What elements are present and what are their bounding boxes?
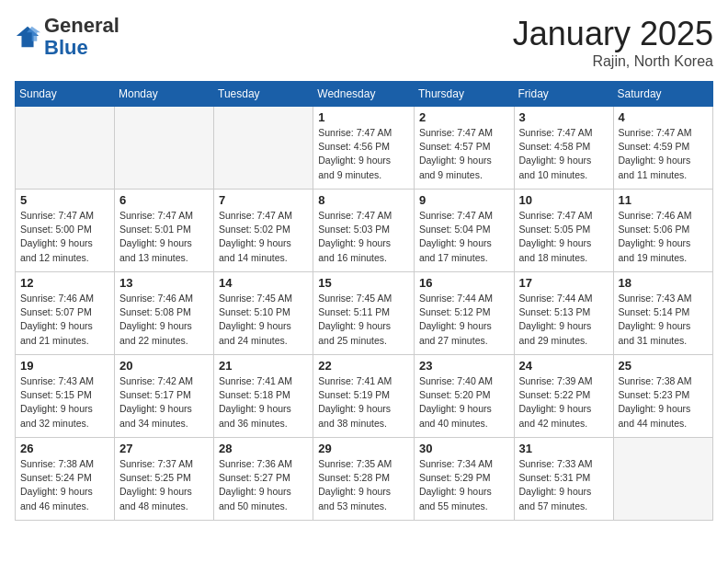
calendar-cell: 14Sunrise: 7:45 AMSunset: 5:10 PMDayligh… — [214, 272, 313, 355]
day-number: 2 — [419, 110, 509, 124]
day-info: Sunrise: 7:38 AMSunset: 5:23 PMDaylight:… — [619, 374, 708, 431]
day-info: Sunrise: 7:47 AMSunset: 5:00 PMDaylight:… — [20, 209, 109, 265]
day-info: Sunrise: 7:42 AMSunset: 5:17 PMDaylight:… — [119, 374, 209, 431]
calendar-cell: 18Sunrise: 7:43 AMSunset: 5:14 PMDayligh… — [613, 272, 712, 355]
logo-general-text: General — [44, 14, 119, 37]
day-number: 24 — [519, 359, 609, 373]
day-info: Sunrise: 7:41 AMSunset: 5:19 PMDaylight:… — [318, 374, 409, 431]
calendar-cell: 21Sunrise: 7:41 AMSunset: 5:18 PMDayligh… — [214, 355, 313, 438]
day-number: 29 — [318, 442, 409, 455]
calendar-cell: 22Sunrise: 7:41 AMSunset: 5:19 PMDayligh… — [313, 355, 415, 438]
logo: General Blue — [15, 15, 119, 59]
calendar-cell: 11Sunrise: 7:46 AMSunset: 5:06 PMDayligh… — [613, 190, 712, 272]
weekday-header: Thursday — [414, 82, 514, 107]
calendar-cell: 5Sunrise: 7:47 AMSunset: 5:00 PMDaylight… — [16, 190, 115, 272]
day-info: Sunrise: 7:44 AMSunset: 5:13 PMDaylight:… — [519, 292, 609, 348]
calendar-cell — [613, 438, 712, 521]
calendar-cell: 25Sunrise: 7:38 AMSunset: 5:23 PMDayligh… — [613, 355, 712, 438]
day-info: Sunrise: 7:36 AMSunset: 5:27 PMDaylight:… — [219, 457, 308, 513]
day-info: Sunrise: 7:47 AMSunset: 5:03 PMDaylight:… — [318, 209, 409, 265]
month-title: January 2025 — [513, 15, 713, 53]
day-number: 15 — [318, 276, 409, 290]
day-info: Sunrise: 7:37 AMSunset: 5:25 PMDaylight:… — [119, 457, 209, 513]
calendar-cell: 12Sunrise: 7:46 AMSunset: 5:07 PMDayligh… — [16, 272, 115, 355]
day-number: 8 — [318, 193, 409, 207]
calendar-cell: 30Sunrise: 7:34 AMSunset: 5:29 PMDayligh… — [414, 438, 514, 521]
calendar-cell: 1Sunrise: 7:47 AMSunset: 4:56 PMDaylight… — [313, 107, 415, 190]
calendar-cell — [16, 107, 115, 190]
day-info: Sunrise: 7:47 AMSunset: 5:04 PMDaylight:… — [419, 209, 509, 265]
calendar-cell: 3Sunrise: 7:47 AMSunset: 4:58 PMDaylight… — [514, 107, 613, 190]
week-row: 19Sunrise: 7:43 AMSunset: 5:15 PMDayligh… — [16, 355, 713, 438]
day-info: Sunrise: 7:47 AMSunset: 4:56 PMDaylight:… — [318, 126, 409, 182]
day-number: 19 — [20, 359, 109, 373]
day-number: 17 — [519, 276, 609, 290]
day-number: 13 — [119, 276, 209, 290]
day-info: Sunrise: 7:47 AMSunset: 4:57 PMDaylight:… — [419, 126, 509, 182]
day-number: 10 — [519, 193, 609, 207]
calendar-cell: 26Sunrise: 7:38 AMSunset: 5:24 PMDayligh… — [16, 438, 115, 521]
day-number: 30 — [419, 442, 509, 455]
logo-icon — [15, 24, 40, 50]
calendar-cell: 4Sunrise: 7:47 AMSunset: 4:59 PMDaylight… — [613, 107, 712, 190]
day-info: Sunrise: 7:47 AMSunset: 4:58 PMDaylight:… — [519, 126, 609, 182]
weekday-header: Sunday — [16, 82, 115, 107]
weekday-header: Friday — [514, 82, 613, 107]
day-number: 11 — [619, 193, 708, 207]
day-number: 18 — [619, 276, 708, 290]
day-info: Sunrise: 7:43 AMSunset: 5:15 PMDaylight:… — [20, 374, 109, 431]
day-number: 4 — [619, 110, 708, 124]
day-number: 3 — [519, 110, 609, 124]
week-row: 5Sunrise: 7:47 AMSunset: 5:00 PMDaylight… — [16, 190, 713, 272]
calendar-cell: 13Sunrise: 7:46 AMSunset: 5:08 PMDayligh… — [115, 272, 214, 355]
weekday-header: Monday — [115, 82, 214, 107]
logo-blue-text: Blue — [44, 36, 88, 59]
week-row: 12Sunrise: 7:46 AMSunset: 5:07 PMDayligh… — [16, 272, 713, 355]
day-number: 16 — [419, 276, 509, 290]
week-row: 26Sunrise: 7:38 AMSunset: 5:24 PMDayligh… — [16, 438, 713, 521]
day-number: 6 — [119, 193, 209, 207]
calendar-table: SundayMondayTuesdayWednesdayThursdayFrid… — [15, 81, 713, 521]
day-info: Sunrise: 7:47 AMSunset: 5:02 PMDaylight:… — [219, 209, 308, 265]
weekday-header: Wednesday — [313, 82, 415, 107]
day-number: 12 — [20, 276, 109, 290]
day-info: Sunrise: 7:46 AMSunset: 5:08 PMDaylight:… — [119, 292, 209, 348]
day-info: Sunrise: 7:33 AMSunset: 5:31 PMDaylight:… — [519, 457, 609, 513]
day-number: 27 — [119, 442, 209, 455]
weekday-header: Tuesday — [214, 82, 313, 107]
day-info: Sunrise: 7:34 AMSunset: 5:29 PMDaylight:… — [419, 457, 509, 513]
calendar-cell: 31Sunrise: 7:33 AMSunset: 5:31 PMDayligh… — [514, 438, 613, 521]
calendar-cell: 17Sunrise: 7:44 AMSunset: 5:13 PMDayligh… — [514, 272, 613, 355]
calendar-cell: 27Sunrise: 7:37 AMSunset: 5:25 PMDayligh… — [115, 438, 214, 521]
calendar-cell: 7Sunrise: 7:47 AMSunset: 5:02 PMDaylight… — [214, 190, 313, 272]
day-info: Sunrise: 7:47 AMSunset: 5:05 PMDaylight:… — [519, 209, 609, 265]
day-number: 31 — [519, 442, 609, 455]
day-info: Sunrise: 7:47 AMSunset: 5:01 PMDaylight:… — [119, 209, 209, 265]
page-header: General Blue January 2025 Rajin, North K… — [15, 15, 713, 70]
calendar-cell: 28Sunrise: 7:36 AMSunset: 5:27 PMDayligh… — [214, 438, 313, 521]
weekday-header-row: SundayMondayTuesdayWednesdayThursdayFrid… — [16, 82, 713, 107]
calendar-cell: 29Sunrise: 7:35 AMSunset: 5:28 PMDayligh… — [313, 438, 415, 521]
day-info: Sunrise: 7:45 AMSunset: 5:11 PMDaylight:… — [318, 292, 409, 348]
location: Rajin, North Korea — [513, 53, 713, 70]
day-info: Sunrise: 7:40 AMSunset: 5:20 PMDaylight:… — [419, 374, 509, 431]
calendar-cell: 6Sunrise: 7:47 AMSunset: 5:01 PMDaylight… — [115, 190, 214, 272]
calendar-cell: 2Sunrise: 7:47 AMSunset: 4:57 PMDaylight… — [414, 107, 514, 190]
day-number: 22 — [318, 359, 409, 373]
day-info: Sunrise: 7:44 AMSunset: 5:12 PMDaylight:… — [419, 292, 509, 348]
day-number: 21 — [219, 359, 308, 373]
day-info: Sunrise: 7:47 AMSunset: 4:59 PMDaylight:… — [619, 126, 708, 182]
day-info: Sunrise: 7:41 AMSunset: 5:18 PMDaylight:… — [219, 374, 308, 431]
calendar-cell: 9Sunrise: 7:47 AMSunset: 5:04 PMDaylight… — [414, 190, 514, 272]
day-info: Sunrise: 7:45 AMSunset: 5:10 PMDaylight:… — [219, 292, 308, 348]
week-row: 1Sunrise: 7:47 AMSunset: 4:56 PMDaylight… — [16, 107, 713, 190]
calendar-cell — [115, 107, 214, 190]
calendar-cell: 19Sunrise: 7:43 AMSunset: 5:15 PMDayligh… — [16, 355, 115, 438]
day-number: 26 — [20, 442, 109, 455]
day-info: Sunrise: 7:46 AMSunset: 5:06 PMDaylight:… — [619, 209, 708, 265]
day-number: 20 — [119, 359, 209, 373]
title-block: January 2025 Rajin, North Korea — [513, 15, 713, 70]
day-number: 25 — [619, 359, 708, 373]
day-info: Sunrise: 7:35 AMSunset: 5:28 PMDaylight:… — [318, 457, 409, 513]
weekday-header: Saturday — [613, 82, 712, 107]
